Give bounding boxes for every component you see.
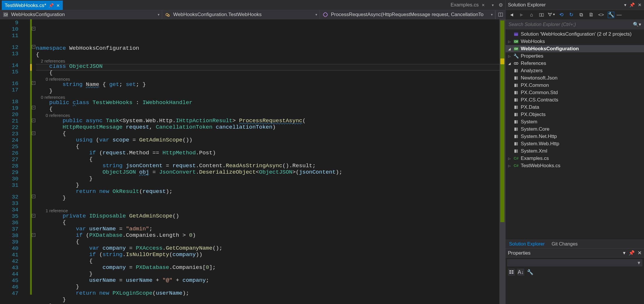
collapse-all-icon[interactable]: ⧉ — [578, 12, 584, 18]
code-text-area[interactable]: namespace WebHooksConfiguration{ 2 refer… — [36, 19, 499, 304]
properties-object-dropdown[interactable]: ▾ — [507, 259, 642, 266]
back-icon[interactable]: ◄ — [508, 12, 515, 18]
tree-node-label: Analyzers — [521, 68, 543, 74]
ref-icon — [513, 68, 519, 73]
vertical-scrollbar[interactable] — [499, 19, 505, 304]
home-icon[interactable]: ⌂ — [528, 12, 535, 18]
svg-rect-24 — [516, 91, 518, 94]
refs-icon — [513, 61, 519, 66]
svg-rect-36 — [516, 135, 518, 138]
solution-explorer-search[interactable]: 🔍▾ — [506, 20, 644, 29]
proj-icon: C# — [513, 39, 519, 44]
close-icon[interactable]: ✕ — [482, 3, 485, 7]
close-icon[interactable]: ✕ — [56, 3, 60, 8]
categorized-icon[interactable] — [508, 269, 515, 276]
tree-node[interactable]: PX.Data — [506, 103, 644, 111]
forward-icon[interactable]: ► — [518, 12, 525, 18]
tree-node-label: Newtonsoft.Json — [521, 75, 558, 81]
code-editor[interactable]: 9101112131415161718192021222324252627282… — [0, 19, 505, 304]
ref-icon — [513, 119, 519, 125]
document-tab-inactive[interactable]: Examples.cs ✕ — [447, 0, 488, 10]
svg-rect-18 — [516, 69, 518, 72]
nav-class-dropdown[interactable]: WebHooksConfiguration.TestWebHooks ▾ — [162, 10, 320, 19]
search-input[interactable] — [508, 22, 631, 27]
pin-icon[interactable]: 📌 — [48, 3, 54, 8]
refresh-icon[interactable]: ↻ — [568, 12, 574, 18]
svg-rect-26 — [516, 98, 518, 101]
svg-rect-29 — [514, 113, 516, 116]
tree-node[interactable]: C#TestWebHooks.cs — [506, 162, 644, 169]
preview-icon[interactable]: — — [616, 12, 622, 18]
svg-rect-42 — [509, 272, 511, 274]
line-number-gutter: 9101112131415161718192021222324252627282… — [0, 19, 30, 304]
tab-git-changes[interactable]: Git Changes — [548, 240, 581, 248]
tree-node[interactable]: References — [506, 60, 644, 67]
sync-icon[interactable]: ⟲ — [558, 12, 565, 18]
tree-node-label: System.Web.Http — [521, 141, 559, 147]
svg-rect-38 — [516, 142, 518, 145]
tree-node[interactable]: Solution 'WebHooksConfiguration' (2 of 2… — [506, 30, 644, 38]
ref-icon — [513, 90, 519, 95]
alphabetical-icon[interactable]: A↓ — [517, 269, 524, 276]
show-all-files-icon[interactable]: 🗎 — [588, 12, 594, 18]
window-menu-icon[interactable]: ▾ — [623, 250, 626, 256]
close-icon[interactable]: ✕ — [638, 250, 642, 256]
solution-explorer-title-bar[interactable]: Solution Explorer ▾ 📌 ✕ — [506, 0, 644, 10]
tab-overflow-chevron-icon[interactable]: ▾ — [492, 3, 494, 7]
tree-node[interactable]: PX.Common — [506, 82, 644, 89]
view-code-icon[interactable]: <> — [598, 12, 604, 18]
tree-node-label: TestWebHooks.cs — [521, 163, 560, 169]
expand-arrow-icon[interactable] — [507, 47, 511, 51]
nav-member-dropdown[interactable]: ProcessRequestAsync(HttpRequestMessage r… — [320, 10, 495, 19]
tree-node[interactable]: Newtonsoft.Json — [506, 74, 644, 82]
tree-node[interactable]: System — [506, 118, 644, 125]
svg-rect-40 — [516, 149, 518, 153]
tree-node[interactable]: C#Examples.cs — [506, 155, 644, 162]
tab-solution-explorer[interactable]: Solution Explorer — [506, 240, 548, 248]
tree-node[interactable]: PX.Objects — [506, 111, 644, 118]
filter-dropdown-icon[interactable]: ᗊ▾ — [548, 12, 555, 18]
svg-rect-30 — [516, 113, 518, 116]
tree-node-label: PX.Data — [521, 104, 539, 110]
window-menu-icon[interactable]: ▾ — [624, 2, 626, 8]
expand-arrow-icon[interactable] — [507, 39, 511, 44]
tree-node[interactable]: 🔧Properties — [506, 52, 644, 60]
solution-tree[interactable]: Solution 'WebHooksConfiguration' (2 of 2… — [506, 29, 644, 240]
nav-class-label: WebHooksConfiguration.TestWebHooks — [173, 12, 262, 18]
tree-node[interactable]: System.Net.Http — [506, 133, 644, 140]
svg-rect-25 — [514, 98, 516, 101]
pin-icon[interactable]: 📌 — [629, 250, 635, 256]
close-icon[interactable]: ✕ — [638, 2, 642, 8]
nav-scope-dropdown[interactable]: C# WebHooksConfiguration ▾ — [0, 10, 162, 19]
tree-node[interactable]: System.Xml — [506, 147, 644, 155]
tree-node[interactable]: PX.Common.Std — [506, 89, 644, 96]
properties-icon[interactable]: 🔧 — [608, 12, 614, 18]
tree-node[interactable]: System.Core — [506, 125, 644, 133]
property-pages-icon[interactable]: 🔧 — [527, 269, 534, 276]
pin-icon[interactable]: 📌 — [629, 2, 635, 8]
search-icon[interactable]: 🔍▾ — [633, 22, 641, 27]
svg-rect-21 — [514, 84, 516, 87]
tree-node[interactable]: C#WebHooks — [506, 38, 644, 45]
chevron-down-icon: ▾ — [315, 13, 317, 17]
gear-icon[interactable]: ⚙ — [499, 2, 503, 8]
tree-node[interactable]: Analyzers — [506, 67, 644, 74]
svg-rect-10 — [514, 32, 518, 33]
tree-node[interactable]: System.Web.Http — [506, 140, 644, 147]
outlining-margin[interactable]: −−−−−−−−− — [32, 19, 36, 304]
expand-arrow-icon[interactable] — [507, 164, 511, 168]
split-editor-button[interactable] — [495, 10, 505, 19]
csharp-project-icon: C# — [3, 12, 8, 17]
expand-arrow-icon[interactable] — [507, 61, 511, 65]
tree-node[interactable]: PX.CS.Contracts — [506, 96, 644, 103]
expand-arrow-icon[interactable] — [507, 156, 511, 160]
tree-node[interactable]: C#WebHooksConfiguration — [506, 45, 644, 52]
tree-node-label: System — [521, 119, 537, 125]
svg-rect-17 — [514, 69, 516, 72]
expand-arrow-icon[interactable] — [507, 54, 511, 58]
cs-icon: C# — [513, 156, 519, 160]
properties-title-bar[interactable]: Properties ▾ 📌 ✕ — [506, 248, 644, 257]
svg-rect-44 — [512, 272, 513, 274]
switch-views-icon[interactable] — [538, 12, 545, 18]
document-tab-active[interactable]: TestWebHooks.cs* 📌 ✕ — [2, 1, 63, 10]
